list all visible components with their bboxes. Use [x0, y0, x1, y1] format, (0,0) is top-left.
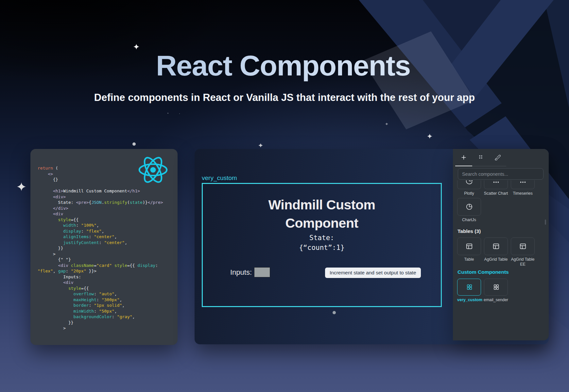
tables-section-title: Tables (3): [457, 228, 481, 234]
component-state-display: State: {“count”:1}: [203, 233, 441, 253]
table-icon: [466, 243, 473, 250]
selected-component-label: very_custom: [202, 174, 237, 182]
component-card-very-custom[interactable]: very_custom: [457, 279, 481, 302]
component-resize-handle[interactable]: [333, 311, 336, 314]
component-card-timeseries[interactable]: Timeseries: [511, 180, 535, 196]
custom-component-heading: Windmill Custom Component: [240, 196, 404, 232]
component-card-table[interactable]: Table: [457, 237, 481, 262]
custom-components-section-title: Custom Components: [457, 269, 509, 275]
dots-grid-icon: [519, 180, 526, 185]
custom-component-icon: [466, 284, 473, 291]
sidebar-scrollbar[interactable]: [545, 220, 546, 225]
page-subtitle: Define components in React or Vanilla JS…: [0, 92, 569, 104]
sparkle-decoration: [385, 121, 388, 124]
sparkle-decoration: [17, 182, 26, 191]
dot-decoration: [132, 142, 136, 146]
tab-styling[interactable]: [489, 149, 506, 166]
pie-chart-icon: [466, 203, 473, 210]
code-editor-panel: return ( <> {} <h1>Windmill Custom Compo…: [30, 149, 178, 345]
plus-icon: [460, 154, 467, 161]
search-input[interactable]: [458, 168, 543, 180]
pie-arc-icon: [466, 180, 473, 185]
react-logo-icon: [137, 155, 169, 184]
component-card-scatter-chart[interactable]: Scatter Chart: [484, 180, 508, 196]
dot-decoration: [179, 113, 180, 114]
inputs-label: Inputs:: [230, 268, 252, 277]
component-card-aggrid-table[interactable]: AgGrid Table: [484, 237, 508, 262]
table-icon: [519, 243, 526, 250]
component-card-chartjs[interactable]: ChartJs: [457, 198, 481, 222]
increment-state-button[interactable]: Increment state and set output to state: [325, 268, 421, 278]
components-icon: [477, 154, 484, 161]
component-card-email-sender[interactable]: email_sender: [484, 279, 508, 302]
component-card-aggrid-table-ee[interactable]: AgGrid Table EE: [511, 237, 535, 267]
sparkle-decoration: [427, 134, 432, 139]
component-card-plotly[interactable]: Plotly: [457, 180, 481, 196]
tab-insert-component[interactable]: [455, 149, 472, 166]
sidebar-tabstrip: [455, 149, 506, 166]
gray-input-box[interactable]: [254, 267, 270, 277]
custom-component-icon: [492, 284, 500, 291]
page: React Components Define components in Re…: [0, 0, 569, 392]
dots-grid-icon: [492, 180, 500, 185]
tab-components[interactable]: [472, 149, 489, 166]
state-value: {“count”:1}: [203, 243, 441, 253]
table-icon: [492, 243, 500, 250]
sparkle-decoration: [258, 143, 263, 148]
component-sidebar: Plotly Scatter Chart Timeseries ChartJs …: [453, 149, 549, 340]
state-label: State:: [203, 233, 441, 243]
selected-component-outline[interactable]: Windmill Custom Component State: {“count…: [202, 183, 442, 307]
brush-icon: [494, 154, 501, 161]
code-block: return ( <> {} <h1>Windmill Custom Compo…: [38, 165, 175, 342]
dot-decoration: [167, 113, 168, 114]
page-title: React Components: [0, 49, 566, 82]
